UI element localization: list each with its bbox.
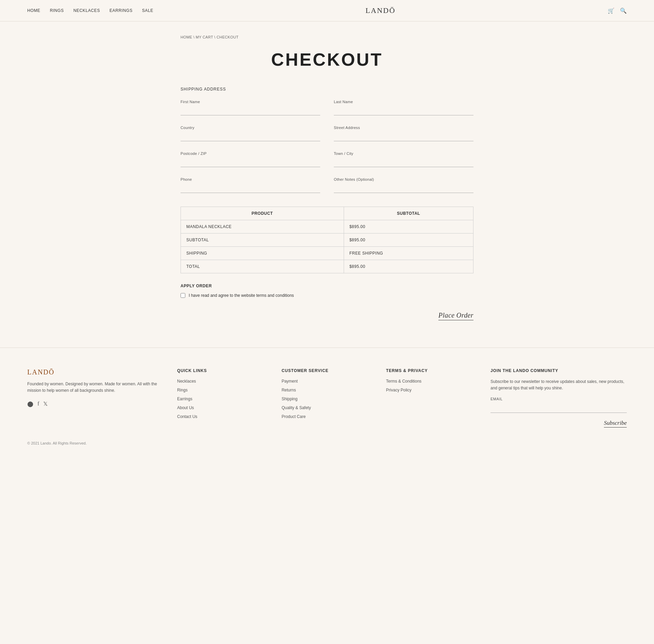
last-name-label: Last Name	[334, 100, 473, 104]
privacy-policy-link[interactable]: Privacy Policy	[386, 388, 411, 392]
quick-links-title: QUICK LINKS	[177, 368, 268, 373]
cs-returns[interactable]: Returns	[282, 388, 296, 392]
terms-label: I have read and agree to the website ter…	[189, 293, 294, 298]
twitter-icon[interactable]: 𝕏	[43, 401, 48, 407]
footer-brand: LANDŌ Founded by women. Designed by wome…	[27, 368, 164, 428]
country-input[interactable]	[181, 132, 320, 141]
list-item: Privacy Policy	[386, 387, 477, 393]
notes-label: Other Notes (Optional)	[334, 177, 473, 181]
country-label: Country	[181, 126, 320, 130]
terms-checkbox[interactable]	[181, 293, 185, 298]
first-name-field: First Name	[181, 100, 320, 115]
email-label: EMAIL	[490, 397, 627, 401]
nav-right: 🛒 🔍	[608, 7, 627, 14]
main-content: HOME \ MY CART \ CHECKOUT CHECKOUT SHIPP…	[174, 21, 480, 348]
nav-necklaces[interactable]: NECKLACES	[73, 8, 100, 13]
quick-links-list: Necklaces Rings Earrings About Us Contac…	[177, 379, 268, 419]
country-field: Country	[181, 126, 320, 141]
shipping-section: SHIPPING ADDRESS First Name Last Name Co…	[181, 87, 473, 193]
instagram-icon[interactable]: ⬤	[27, 401, 33, 407]
footer-copyright: © 2021 Lando. All Rights Reserved.	[27, 441, 627, 445]
product-subtotal: $895.00	[344, 220, 473, 234]
newsletter-form: EMAIL Subscribe	[490, 397, 627, 420]
table-row: MANDALA NECKLACE $895.00	[181, 220, 473, 234]
cs-product-care[interactable]: Product Care	[282, 414, 306, 419]
quick-link-about[interactable]: About Us	[177, 405, 194, 410]
phone-field: Phone	[181, 177, 320, 193]
footer-quick-links: QUICK LINKS Necklaces Rings Earrings Abo…	[177, 368, 268, 428]
nav-home[interactable]: HOME	[27, 8, 40, 13]
footer-newsletter: JOIN THE LANDO COMMUNITY Subscribe to ou…	[490, 368, 627, 428]
street-address-field: Street Address	[334, 126, 473, 141]
total-value: $895.00	[344, 260, 473, 273]
list-item: Rings	[177, 387, 268, 393]
cs-shipping[interactable]: Shipping	[282, 397, 298, 401]
order-table: PRODUCT SUBTOTAL MANDALA NECKLACE $895.0…	[181, 207, 473, 273]
table-header-product: PRODUCT	[181, 207, 344, 220]
apply-order-section: APPLY ORDER I have read and agree to the…	[181, 284, 473, 320]
nav-sale[interactable]: SALE	[142, 8, 153, 13]
cart-icon[interactable]: 🛒	[608, 7, 614, 14]
newsletter-title: JOIN THE LANDO COMMUNITY	[490, 368, 627, 373]
last-name-field: Last Name	[334, 100, 473, 115]
site-logo[interactable]: LANDŌ	[153, 6, 608, 15]
subtotal-value: $895.00	[344, 234, 473, 247]
phone-input[interactable]	[181, 183, 320, 193]
quick-link-necklaces[interactable]: Necklaces	[177, 379, 196, 384]
cs-payment[interactable]: Payment	[282, 379, 298, 384]
last-name-input[interactable]	[334, 106, 473, 115]
first-name-label: First Name	[181, 100, 320, 104]
footer-social: ⬤ f 𝕏	[27, 401, 164, 407]
nav-rings[interactable]: RINGS	[50, 8, 64, 13]
footer-customer-service: CUSTOMER SERVICE Payment Returns Shippin…	[282, 368, 373, 428]
terms-privacy-list: Terms & Conditions Privacy Policy	[386, 379, 477, 393]
page-title: CHECKOUT	[181, 49, 473, 70]
postcode-label: Postcode / ZIP	[181, 151, 320, 156]
quick-link-contact[interactable]: Contact Us	[177, 414, 197, 419]
nav-left: HOME RINGS NECKLACES EARRINGS SALE	[27, 8, 153, 13]
shipping-form: First Name Last Name Country Street Addr…	[181, 100, 473, 193]
terms-row: I have read and agree to the website ter…	[181, 293, 473, 298]
quick-link-earrings[interactable]: Earrings	[177, 397, 192, 401]
product-name: MANDALA NECKLACE	[181, 220, 344, 234]
newsletter-description: Subscribe to our newsletter to receive u…	[490, 379, 627, 391]
list-item: Quality & Safety	[282, 405, 373, 410]
list-item: Shipping	[282, 396, 373, 402]
place-order-button[interactable]: Place Order	[438, 311, 473, 320]
footer-terms-privacy: TERMS & PRIVACY Terms & Conditions Priva…	[386, 368, 477, 428]
quick-link-rings[interactable]: Rings	[177, 388, 188, 392]
shipping-label: SHIPPING	[181, 247, 344, 260]
list-item: Product Care	[282, 414, 373, 419]
list-item: Returns	[282, 387, 373, 393]
place-order-wrapper: Place Order	[181, 311, 473, 320]
table-header-subtotal: SUBTOTAL	[344, 207, 473, 220]
town-city-label: Town / City	[334, 151, 473, 156]
town-city-input[interactable]	[334, 158, 473, 167]
footer: LANDŌ Founded by women. Designed by wome…	[0, 348, 654, 455]
facebook-icon[interactable]: f	[37, 401, 39, 407]
navigation: HOME RINGS NECKLACES EARRINGS SALE LANDŌ…	[0, 0, 654, 21]
shipping-value: FREE SHIPPING	[344, 247, 473, 260]
search-icon[interactable]: 🔍	[620, 7, 627, 14]
newsletter-email-input[interactable]	[490, 404, 627, 413]
subscribe-button[interactable]: Subscribe	[604, 420, 627, 428]
list-item: Necklaces	[177, 379, 268, 384]
postcode-field: Postcode / ZIP	[181, 151, 320, 167]
list-item: Contact Us	[177, 414, 268, 419]
terms-privacy-title: TERMS & PRIVACY	[386, 368, 477, 373]
terms-conditions-link[interactable]: Terms & Conditions	[386, 379, 421, 384]
cs-quality[interactable]: Quality & Safety	[282, 405, 311, 410]
first-name-input[interactable]	[181, 106, 320, 115]
street-address-input[interactable]	[334, 132, 473, 141]
postcode-input[interactable]	[181, 158, 320, 167]
notes-input[interactable]	[334, 183, 473, 193]
table-row: SHIPPING FREE SHIPPING	[181, 247, 473, 260]
breadcrumb: HOME \ MY CART \ CHECKOUT	[181, 35, 473, 39]
table-row: SUBTOTAL $895.00	[181, 234, 473, 247]
nav-earrings[interactable]: EARRINGS	[110, 8, 133, 13]
list-item: Earrings	[177, 396, 268, 402]
notes-field: Other Notes (Optional)	[334, 177, 473, 193]
customer-service-title: CUSTOMER SERVICE	[282, 368, 373, 373]
footer-grid: LANDŌ Founded by women. Designed by wome…	[27, 368, 627, 428]
footer-tagline: Founded by women. Designed by women. Mad…	[27, 381, 164, 394]
